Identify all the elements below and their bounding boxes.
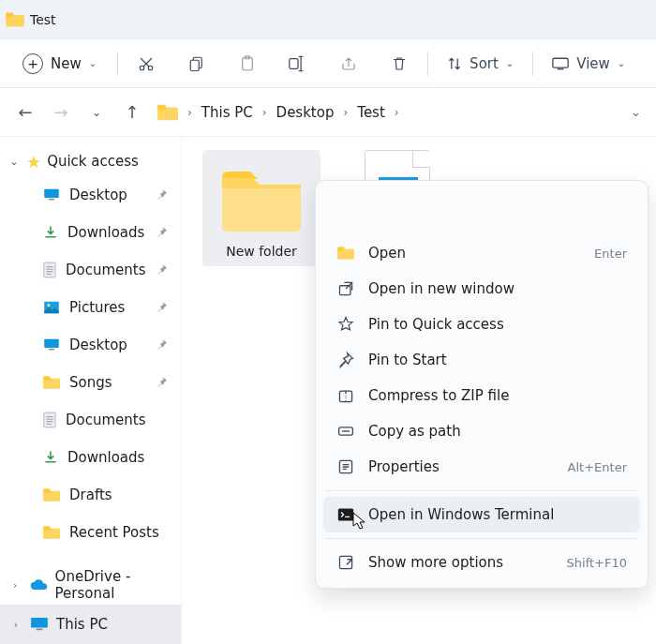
pin-icon: [337, 352, 354, 368]
sidebar-item[interactable]: Documents: [7, 251, 181, 289]
share-button[interactable]: [332, 47, 365, 81]
copy-icon: [383, 201, 400, 217]
context-menu-item-label: Compress to ZIP file: [368, 387, 509, 404]
sidebar-item[interactable]: Desktop: [7, 326, 181, 364]
context-menu-item-label: Open in new window: [368, 280, 514, 297]
svg-rect-27: [36, 628, 42, 630]
sidebar-item[interactable]: Downloads: [7, 439, 181, 476]
chevron-right-icon: ›: [262, 106, 267, 119]
separator: [325, 538, 638, 539]
pin-icon: [157, 226, 168, 240]
sidebar-item-label: Songs: [69, 374, 112, 391]
star-icon: [337, 316, 354, 333]
folder-icon: [218, 164, 305, 233]
context-menu-item[interactable]: Copy as path: [323, 413, 640, 449]
sidebar-item[interactable]: Recent Posts: [7, 514, 181, 551]
sidebar-item-label: Documents: [66, 262, 146, 278]
paste-button[interactable]: [231, 47, 264, 81]
context-menu-toolbar: [321, 188, 642, 235]
svg-rect-13: [49, 199, 54, 201]
sidebar-item[interactable]: Documents: [7, 401, 181, 439]
breadcrumb-segment[interactable]: Desktop: [273, 102, 338, 123]
main: ⌄ ★ Quick access DesktopDownloadsDocumen…: [0, 137, 656, 644]
context-menu-item[interactable]: Pin to Quick access: [323, 307, 640, 342]
quick-access-header[interactable]: ⌄ ★ Quick access: [7, 146, 181, 176]
file-item-folder[interactable]: New folder: [202, 150, 321, 266]
sidebar-item-label: Downloads: [67, 224, 144, 241]
recent-locations-button[interactable]: ⌄: [81, 97, 112, 128]
svg-rect-40: [339, 556, 351, 568]
svg-point-16: [47, 304, 50, 307]
trash-icon: [391, 55, 408, 72]
rename-icon: [427, 201, 446, 217]
sidebar-item[interactable]: Pictures: [7, 289, 181, 326]
context-menu-item-label: Properties: [368, 458, 440, 475]
new-button[interactable]: + New ⌄: [13, 47, 106, 81]
sort-button[interactable]: Sort ⌄: [440, 47, 521, 81]
sort-icon: [447, 56, 462, 71]
context-menu-item[interactable]: PropertiesAlt+Enter: [323, 449, 640, 485]
rename-button[interactable]: [281, 47, 315, 81]
monitor-icon: [30, 617, 49, 632]
forward-button[interactable]: →: [45, 97, 77, 128]
monitor-icon: [43, 338, 60, 352]
cut-button[interactable]: [327, 192, 366, 226]
svg-rect-39: [338, 508, 353, 520]
zip-icon: [337, 387, 354, 404]
content-pane[interactable]: New folder OpenEnterOpen in new windowPi…: [182, 137, 656, 644]
sidebar-item[interactable]: Songs: [7, 364, 181, 401]
context-menu-item[interactable]: Compress to ZIP file: [323, 378, 640, 413]
cut-button[interactable]: [129, 47, 163, 81]
chevron-right-icon: ›: [395, 106, 399, 119]
sidebar-item-this-pc[interactable]: › This PC: [0, 605, 181, 644]
svg-rect-31: [385, 205, 394, 216]
delete-button[interactable]: [382, 47, 416, 81]
context-menu-item[interactable]: Open in Windows Terminal: [323, 497, 640, 532]
svg-rect-18: [49, 349, 54, 351]
file-item-label: New folder: [226, 240, 297, 266]
back-button[interactable]: ←: [9, 97, 41, 128]
download-icon: [43, 450, 58, 465]
sidebar-item[interactable]: Drafts: [7, 476, 181, 514]
svg-rect-8: [290, 58, 298, 68]
up-button[interactable]: ↑: [116, 97, 148, 128]
context-menu-item[interactable]: Show more optionsShift+F10: [323, 545, 640, 580]
sidebar-item-label: Drafts: [69, 487, 112, 503]
chevron-down-icon: ⌄: [7, 156, 21, 168]
document-icon: [43, 262, 56, 278]
chevron-down-icon: ⌄: [506, 58, 514, 68]
share-icon: [340, 55, 357, 72]
breadcrumb[interactable]: › This PC › Desktop › Test › ⌄: [152, 97, 647, 128]
sidebar-item[interactable]: Downloads: [7, 214, 181, 251]
svg-point-28: [340, 211, 345, 216]
rename-button[interactable]: [417, 192, 456, 226]
breadcrumb-segment[interactable]: This PC: [198, 102, 257, 123]
sidebar-item-label: Documents: [66, 412, 146, 428]
separator: [325, 490, 638, 491]
sidebar-item-label: Pictures: [69, 299, 125, 316]
context-menu-item-label: Pin to Quick access: [368, 316, 504, 333]
pin-icon: [157, 263, 168, 277]
breadcrumb-dropdown[interactable]: ⌄: [631, 105, 641, 119]
chevron-right-icon: ›: [9, 619, 22, 631]
context-menu-item[interactable]: OpenEnter: [323, 235, 640, 271]
delete-button[interactable]: [462, 192, 501, 226]
sidebar-item[interactable]: Desktop: [7, 176, 181, 214]
rename-icon: [289, 55, 307, 72]
context-menu-item-label: Open in Windows Terminal: [368, 506, 554, 523]
svg-rect-14: [44, 262, 55, 277]
view-button[interactable]: View ⌄: [544, 47, 633, 81]
sidebar-item-onedrive[interactable]: › OneDrive - Personal: [0, 565, 181, 605]
context-menu-item[interactable]: Open in new window: [323, 271, 640, 307]
new-label: New: [51, 55, 82, 72]
svg-rect-11: [157, 104, 166, 110]
context-menu-item[interactable]: Pin to Start: [323, 342, 640, 378]
breadcrumb-segment[interactable]: Test: [353, 102, 389, 123]
divider: [427, 52, 428, 76]
monitor-icon: [43, 188, 60, 202]
copy-button[interactable]: [372, 192, 411, 226]
svg-rect-21: [44, 412, 55, 427]
sidebar-item-label: Downloads: [67, 449, 144, 466]
copy-button[interactable]: [180, 47, 214, 81]
context-menu-item-shortcut: Enter: [594, 247, 627, 261]
